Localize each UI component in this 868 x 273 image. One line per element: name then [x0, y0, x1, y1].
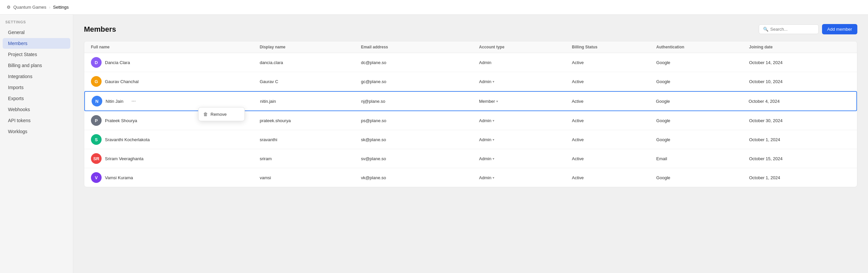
- member-email: nj@plane.so: [361, 99, 479, 104]
- sidebar-item-imports[interactable]: Imports: [3, 82, 70, 93]
- col-accounttype: Account type: [479, 45, 572, 49]
- page-title: Members: [84, 25, 116, 34]
- member-billing-status: Active: [572, 175, 656, 180]
- member-joining-date: October 4, 2024: [749, 99, 850, 104]
- sidebar-item-integrations[interactable]: Integrations: [3, 71, 70, 82]
- member-full-name: Prateek Shourya: [105, 118, 137, 123]
- account-type-value: Admin: [479, 118, 491, 123]
- member-authentication: Google: [656, 60, 749, 65]
- sidebar-item-label: Exports: [8, 96, 24, 101]
- member-joining-date: October 1, 2024: [749, 175, 850, 180]
- member-name-cell: N Nitin Jain ···: [92, 96, 260, 106]
- sidebar-item-label: Integrations: [8, 74, 32, 79]
- sidebar-item-label: Billing and plans: [8, 63, 42, 68]
- sidebar-item-api-tokens[interactable]: API tokens: [3, 115, 70, 126]
- member-name-cell: G Gaurav Chanchal: [91, 76, 260, 87]
- account-type-value: Admin: [479, 156, 491, 161]
- trash-icon: 🗑: [203, 111, 208, 117]
- breadcrumb-current: Settings: [53, 5, 69, 10]
- member-account-type: Admin ▾: [479, 175, 572, 180]
- sidebar-item-worklogs[interactable]: Worklogs: [3, 126, 70, 137]
- member-name-cell: SR Sriram Veeraghanta: [91, 153, 260, 164]
- col-fullname: Full name: [91, 45, 260, 49]
- member-display-name: dancia.clara: [260, 60, 361, 65]
- member-account-type: Admin: [479, 60, 572, 65]
- col-displayname: Display name: [260, 45, 361, 49]
- account-type-dropdown-arrow[interactable]: ▾: [493, 157, 494, 161]
- member-joining-date: October 30, 2024: [749, 118, 850, 123]
- member-display-name: vamsi: [260, 175, 361, 180]
- member-authentication: Google: [656, 175, 749, 180]
- remove-label: Remove: [211, 112, 226, 117]
- sidebar: Settings General Members Project States …: [0, 15, 73, 273]
- member-billing-status: Active: [572, 118, 656, 123]
- member-email: gc@plane.so: [361, 79, 479, 84]
- member-full-name: Sravanthi Kocherlakota: [105, 137, 150, 142]
- page-header: Members 🔍 Add member: [84, 24, 857, 34]
- avatar: V: [91, 172, 101, 183]
- account-type-dropdown-arrow[interactable]: ▾: [496, 100, 498, 103]
- table-row: G Gaurav Chanchal Gaurav C gc@plane.so A…: [84, 72, 857, 91]
- more-options-button[interactable]: ···: [129, 98, 137, 105]
- col-email: Email address: [361, 45, 479, 49]
- sidebar-item-label: General: [8, 30, 25, 35]
- breadcrumb-separator: ›: [49, 5, 50, 10]
- account-type-dropdown-arrow[interactable]: ▾: [493, 80, 494, 83]
- sidebar-item-members[interactable]: Members: [3, 38, 70, 49]
- member-name-cell: S Sravanthi Kocherlakota: [91, 134, 260, 145]
- avatar: S: [91, 134, 101, 145]
- sidebar-section-label: Settings: [0, 20, 73, 27]
- account-type-value: Admin: [479, 79, 491, 84]
- account-type-dropdown-arrow[interactable]: ▾: [493, 176, 494, 180]
- search-box[interactable]: 🔍: [759, 24, 819, 34]
- sidebar-item-billing[interactable]: Billing and plans: [3, 60, 70, 71]
- member-authentication: Google: [656, 79, 749, 84]
- workspace-gear-icon: ⚙: [7, 5, 11, 10]
- account-type-dropdown-arrow[interactable]: ▾: [493, 138, 494, 141]
- member-name-cell: V Vamsi Kurama: [91, 172, 260, 183]
- member-billing-status: Active: [572, 60, 656, 65]
- member-full-name: Nitin Jain: [105, 99, 123, 104]
- account-type-value: Admin: [479, 137, 491, 142]
- col-auth: Authentication: [656, 45, 749, 49]
- member-account-type: Admin ▾: [479, 156, 572, 161]
- sidebar-item-label: Worklogs: [8, 129, 27, 134]
- member-joining-date: October 1, 2024: [749, 137, 850, 142]
- member-email: sv@plane.so: [361, 156, 479, 161]
- sidebar-item-label: Webhooks: [8, 107, 30, 112]
- sidebar-item-project-states[interactable]: Project States: [3, 49, 70, 60]
- col-billing: Billing Status: [572, 45, 656, 49]
- add-member-button[interactable]: Add member: [822, 24, 857, 34]
- content-area: Members 🔍 Add member Full name Display n…: [73, 15, 868, 273]
- table-row: V Vamsi Kurama vamsi vk@plane.so Admin ▾…: [84, 168, 857, 187]
- main-layout: Settings General Members Project States …: [0, 15, 868, 273]
- member-account-type: Admin ▾: [479, 137, 572, 142]
- member-full-name: Dancia Clara: [105, 60, 130, 65]
- sidebar-item-label: API tokens: [8, 118, 31, 123]
- member-display-name: prateek.shourya: [260, 118, 361, 123]
- workspace-name: Quantum Games: [13, 5, 46, 10]
- member-billing-status: Active: [572, 156, 656, 161]
- sidebar-item-exports[interactable]: Exports: [3, 93, 70, 104]
- app-container: ⚙ Quantum Games › Settings Settings Gene…: [0, 0, 868, 273]
- table-header: Full name Display name Email address Acc…: [84, 42, 857, 53]
- account-type-value: Admin: [479, 60, 491, 65]
- avatar: SR: [91, 153, 101, 164]
- member-display-name: nitin.jain: [260, 99, 361, 104]
- header-actions: 🔍 Add member: [759, 24, 857, 34]
- table-row: SR Sriram Veeraghanta sriram sv@plane.so…: [84, 149, 857, 168]
- member-email: ps@plane.so: [361, 118, 479, 123]
- sidebar-item-general[interactable]: General: [3, 27, 70, 38]
- sidebar-item-label: Members: [8, 41, 27, 46]
- sidebar-item-webhooks[interactable]: Webhooks: [3, 104, 70, 115]
- avatar: N: [92, 96, 102, 106]
- member-email: sk@plane.so: [361, 137, 479, 142]
- member-account-type: Member ▾: [479, 99, 571, 104]
- member-billing-status: Active: [572, 137, 656, 142]
- remove-member-item[interactable]: 🗑 Remove: [198, 109, 245, 119]
- sidebar-item-label: Imports: [8, 85, 24, 90]
- member-full-name: Sriram Veeraghanta: [105, 156, 144, 161]
- member-account-type: Admin ▾: [479, 118, 572, 123]
- account-type-dropdown-arrow[interactable]: ▾: [493, 119, 494, 122]
- search-input[interactable]: [770, 27, 814, 32]
